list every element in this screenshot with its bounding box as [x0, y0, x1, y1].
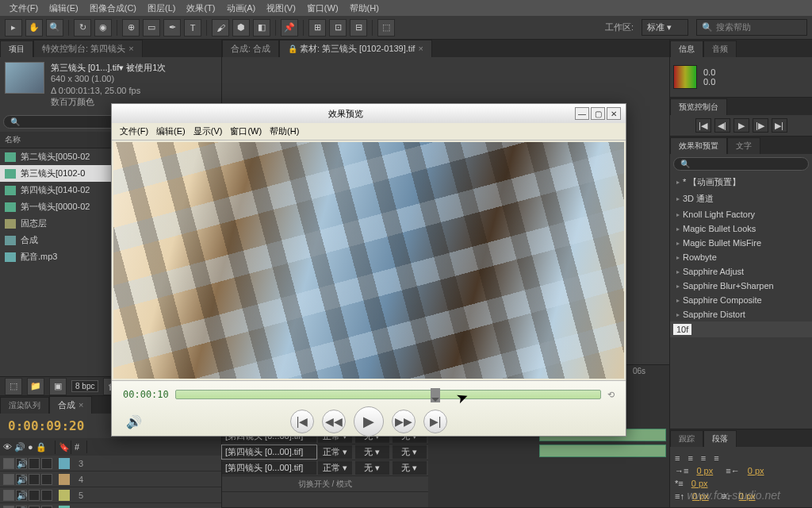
close-icon[interactable]: ×	[128, 44, 133, 53]
effect-category[interactable]: ▸Sapphire Composite	[670, 293, 812, 307]
help-search[interactable]: 🔍搜索帮助	[696, 19, 807, 36]
audio-toggle[interactable]: 🔊	[16, 458, 27, 469]
menu-composition[interactable]: 图像合成(C)	[85, 1, 141, 16]
brush-tool[interactable]: 🖌	[212, 19, 229, 37]
menu-file[interactable]: 文件(F)	[5, 1, 43, 16]
menu-layer[interactable]: 图层(L)	[143, 1, 180, 16]
prev-frame-button[interactable]: ◀|	[714, 118, 730, 133]
tab-effect-controls[interactable]: 特效控制台: 第四镜头×	[33, 40, 143, 57]
seek-slider[interactable]	[175, 390, 601, 399]
volume-icon[interactable]: 🔊	[126, 414, 142, 429]
close-button[interactable]: ✕	[607, 107, 621, 120]
local-axis-icon[interactable]: ⊞	[308, 19, 326, 37]
space-before[interactable]: 0 px	[691, 479, 708, 488]
effect-category[interactable]: ▸Sapphire Blur+Sharpen	[670, 279, 812, 293]
tab-render-queue[interactable]: 渲染队列	[0, 397, 49, 414]
workspace-dropdown[interactable]: 标准 ▾	[642, 19, 688, 36]
next-frame-button[interactable]: |▶	[753, 118, 768, 133]
stamp-tool[interactable]: ⬢	[232, 19, 250, 37]
tab-composition-view[interactable]: 合成: 合成	[222, 40, 279, 57]
first-frame-button[interactable]: |◀	[695, 118, 711, 133]
rect-tool[interactable]: ▭	[143, 19, 160, 37]
layer-row[interactable]: 🔊4	[0, 471, 221, 487]
rotate-tool[interactable]: ↻	[74, 19, 91, 37]
audio-toggle[interactable]: 🔊	[16, 490, 27, 501]
close-icon[interactable]: ×	[79, 400, 83, 410]
tab-paragraph[interactable]: 段落	[703, 430, 737, 447]
minimize-button[interactable]: —	[575, 107, 589, 120]
solo-toggle[interactable]	[29, 474, 40, 485]
puppet-tool[interactable]: 📌	[281, 19, 298, 37]
parent-dropdown[interactable]: 无 ▾	[393, 461, 427, 475]
tab-character[interactable]: 文字	[727, 137, 760, 154]
lock-toggle[interactable]	[41, 474, 52, 485]
parent-dropdown[interactable]: 无 ▾	[393, 445, 427, 459]
toggle-switches-label[interactable]: 切换开关 / 模式	[222, 476, 428, 492]
layer-detail-row[interactable]: [第四镜头 [0...00].tif]正常 ▾无 ▾无 ▾	[222, 460, 428, 476]
rewind-button[interactable]: ◀◀	[322, 410, 346, 433]
last-frame-button[interactable]: ▶|	[772, 118, 787, 133]
world-axis-icon[interactable]: ⊡	[329, 19, 347, 37]
layer-color-swatch[interactable]	[59, 474, 70, 485]
menu-help[interactable]: 帮助(H)	[345, 1, 384, 16]
align-right-icon[interactable]: ≡	[701, 453, 706, 463]
track-matte-dropdown[interactable]: 无 ▾	[355, 445, 389, 459]
menu-view[interactable]: 视图(V)	[262, 1, 301, 16]
tab-info[interactable]: 信息	[670, 40, 703, 57]
tab-preview[interactable]: 预览控制台	[670, 98, 727, 115]
effect-category[interactable]: ▸Magic Bullet Looks	[670, 221, 812, 236]
new-comp-icon[interactable]: ▣	[49, 378, 67, 395]
effect-category[interactable]: ▸Sapphire Adjust	[670, 264, 812, 279]
justify-icon[interactable]: ≡	[714, 453, 718, 463]
dlg-menu-edit[interactable]: 编辑(E)	[153, 124, 189, 139]
selection-tool[interactable]: ▸	[5, 19, 22, 37]
visibility-toggle[interactable]	[3, 474, 14, 485]
audio-toggle[interactable]: 🔊	[16, 474, 27, 485]
skip-end-button[interactable]: ▶|	[423, 410, 447, 433]
layer-name[interactable]: [第四镜头 [0...00].tif]	[222, 445, 316, 459]
frame-value[interactable]: 10f	[673, 324, 691, 335]
play-button[interactable]: ▶	[733, 118, 749, 133]
text-tool[interactable]: T	[184, 19, 201, 37]
seek-thumb[interactable]	[431, 388, 440, 402]
blend-mode-dropdown[interactable]: 正常 ▾	[318, 445, 352, 459]
effect-category[interactable]: ▸Rowbyte	[670, 250, 812, 264]
layer-row[interactable]: 🔊3	[0, 456, 221, 471]
layer-color-swatch[interactable]	[59, 490, 70, 501]
bpc-indicator[interactable]: 8 bpc	[71, 380, 98, 392]
lock-toggle[interactable]	[41, 490, 52, 501]
interpret-footage-icon[interactable]: ⬚	[5, 378, 22, 395]
close-icon[interactable]: ×	[418, 44, 423, 53]
layer-color-swatch[interactable]	[59, 458, 70, 469]
skip-start-button[interactable]: |◀	[290, 410, 314, 433]
camera-tool[interactable]: ◉	[94, 19, 112, 37]
forward-button[interactable]: ▶▶	[392, 410, 416, 433]
effect-category[interactable]: ▸Sapphire Distort	[670, 307, 812, 321]
tab-comp-timeline[interactable]: 合成×	[49, 396, 92, 414]
menu-window[interactable]: 窗口(W)	[302, 1, 343, 16]
tab-project[interactable]: 项目	[0, 40, 33, 57]
lock-toggle[interactable]	[41, 458, 52, 469]
dlg-menu-window[interactable]: 窗口(W)	[227, 124, 265, 139]
align-center-icon[interactable]: ≡	[688, 453, 692, 463]
hand-tool[interactable]: ✋	[25, 19, 43, 37]
dlg-menu-help[interactable]: 帮助(H)	[266, 124, 302, 139]
effect-category[interactable]: ▸* 【动画预置】	[670, 174, 812, 190]
effect-category[interactable]: ▸Knoll Light Factory	[670, 207, 812, 221]
track-matte-dropdown[interactable]: 无 ▾	[355, 461, 389, 475]
menu-effect[interactable]: 效果(T)	[182, 1, 220, 16]
align-left-icon[interactable]: ≡	[675, 453, 680, 463]
loop-icon[interactable]: ⟲	[607, 390, 615, 400]
maximize-button[interactable]: ▢	[591, 107, 605, 120]
new-folder-icon[interactable]: 📁	[27, 378, 44, 395]
layer-name[interactable]: [第四镜头 [0...00].tif]	[222, 461, 316, 475]
tab-tracker[interactable]: 跟踪	[670, 430, 703, 447]
solo-toggle[interactable]	[29, 490, 40, 501]
effect-category[interactable]: ▸3D 通道	[670, 190, 812, 207]
zoom-tool[interactable]: 🔍	[46, 19, 63, 37]
layer-detail-row[interactable]: [第四镜头 [0...00].tif]正常 ▾无 ▾无 ▾	[222, 444, 428, 460]
visibility-toggle[interactable]	[3, 458, 14, 469]
indent-left[interactable]: 0 px	[696, 466, 713, 475]
anchor-tool[interactable]: ⊕	[122, 19, 140, 37]
solo-toggle[interactable]	[29, 458, 40, 469]
